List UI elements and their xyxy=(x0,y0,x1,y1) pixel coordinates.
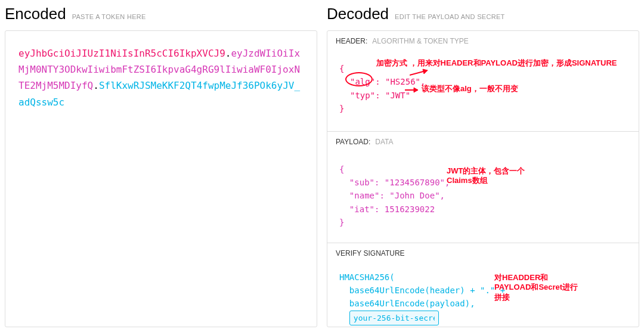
decoded-title: Decoded xyxy=(327,5,389,23)
code-line: { xyxy=(339,62,627,75)
header-sublabel: ALGORITHM & TOKEN TYPE xyxy=(372,37,468,45)
code-line: } xyxy=(339,216,627,229)
code-line: } xyxy=(339,102,627,115)
payload-section-head: PAYLOAD: DATA xyxy=(327,132,639,152)
code-line: ) secret base64 encoded xyxy=(339,325,627,327)
signature-label: VERIFY SIGNATURE xyxy=(336,249,405,257)
encoded-subtitle: PASTE A TOKEN HERE xyxy=(72,13,146,20)
header-label: HEADER: xyxy=(336,37,367,45)
token-dot: . xyxy=(93,80,99,91)
code-line xyxy=(339,311,627,325)
code-line: { xyxy=(339,163,627,176)
encoded-title: Encoded xyxy=(5,5,66,23)
header-body[interactable]: { "alg": "HS256", "typ": "JWT" } 加密方式 ，用… xyxy=(327,51,639,131)
code-line: "alg": "HS256", xyxy=(339,75,627,88)
code-line: "typ": "JWT" xyxy=(339,89,627,102)
signature-body[interactable]: HMACSHA256( base64UrlEncode(header) + ".… xyxy=(327,263,639,327)
code-line: base64UrlEncode(payload), xyxy=(339,297,627,310)
payload-sublabel: DATA xyxy=(375,138,393,146)
payload-label: PAYLOAD: xyxy=(336,138,370,146)
code-line: base64UrlEncode(header) + "." + xyxy=(339,284,627,297)
code-line: "iat": 1516239022 xyxy=(339,203,627,216)
encoded-title-row: Encoded PASTE A TOKEN HERE xyxy=(5,2,317,30)
decoded-title-row: Decoded EDIT THE PAYLOAD AND SECRET xyxy=(327,2,639,30)
header-section-head: HEADER: ALGORITHM & TOKEN TYPE xyxy=(327,31,639,51)
encoded-panel[interactable]: eyJhbGciOiJIUzI1NiIsInR5cCI6IkpXVCJ9.eyJ… xyxy=(5,30,317,327)
encoded-token[interactable]: eyJhbGciOiJIUzI1NiIsInR5cCI6IkpXVCJ9.eyJ… xyxy=(5,31,317,125)
header-section: HEADER: ALGORITHM & TOKEN TYPE { "alg": … xyxy=(327,31,639,132)
decoded-panel: HEADER: ALGORITHM & TOKEN TYPE { "alg": … xyxy=(327,30,639,327)
code-line: HMACSHA256( xyxy=(339,271,627,284)
code-line: "name": "John Doe", xyxy=(339,189,627,202)
code-line: "sub": "1234567890", xyxy=(339,176,627,189)
decoded-subtitle: EDIT THE PAYLOAD AND SECRET xyxy=(395,13,505,20)
token-dot: . xyxy=(225,48,231,59)
signature-section-head: VERIFY SIGNATURE xyxy=(327,243,639,263)
payload-section: PAYLOAD: DATA { "sub": "1234567890", "na… xyxy=(327,132,639,243)
signature-section: VERIFY SIGNATURE HMACSHA256( base64UrlEn… xyxy=(327,243,639,327)
payload-body[interactable]: { "sub": "1234567890", "name": "John Doe… xyxy=(327,152,639,243)
secret-input[interactable] xyxy=(349,311,439,325)
secret-base64-label: secret base64 encoded xyxy=(360,325,466,327)
token-header-segment: eyJhbGciOiJIUzI1NiIsInR5cCI6IkpXVCJ9 xyxy=(18,48,225,59)
